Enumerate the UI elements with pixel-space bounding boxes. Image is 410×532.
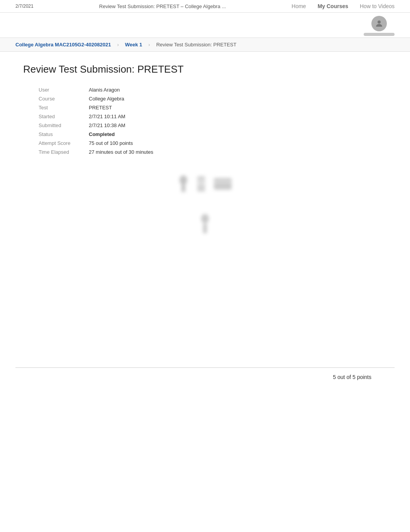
- submitted-value: 2/7/21 10:38 AM: [89, 122, 125, 128]
- submitted-label: Submitted: [39, 122, 89, 128]
- submission-info-table: User Alanis Aragon Course College Algebr…: [39, 87, 387, 155]
- user-value: Alanis Aragon: [89, 87, 120, 93]
- breadcrumb-sep2: ›: [148, 42, 150, 48]
- svg-point-8: [201, 214, 209, 223]
- test-value: PRETEST: [89, 105, 112, 110]
- attemptscore-label: Attempt Score: [39, 140, 89, 146]
- info-row-status: Status Completed: [39, 131, 387, 137]
- breadcrumb-course-link[interactable]: College Algebra MAC2105G2-402082021: [15, 42, 111, 48]
- page-title: Review Test Submission: PRETEST: [23, 63, 387, 75]
- breadcrumb-sep1: ›: [117, 42, 119, 48]
- page-tab-title: Review Test Submission: PRETEST – Colleg…: [34, 3, 292, 9]
- user-avatar-area: [364, 16, 395, 36]
- header-section: [0, 13, 410, 37]
- avatar-name-bar: [364, 33, 395, 36]
- blurred-icons-area-1: [23, 167, 387, 201]
- bottom-score-section: 5 out of 5 points: [15, 367, 395, 380]
- attemptscore-value: 75 out of 100 points: [89, 140, 133, 146]
- status-label: Status: [39, 131, 89, 137]
- course-value: College Algebra: [89, 96, 124, 102]
- info-row-timeelapsed: Time Elapsed 27 minutes out of 30 minute…: [39, 149, 387, 155]
- timeelapsed-value: 27 minutes out of 30 minutes: [89, 149, 153, 155]
- breadcrumb-current: Review Test Submission: PRETEST: [156, 42, 237, 48]
- svg-point-0: [378, 20, 381, 24]
- svg-point-1: [180, 175, 187, 185]
- test-label: Test: [39, 105, 89, 110]
- avatar[interactable]: [371, 16, 387, 31]
- question-content-area: [23, 201, 387, 356]
- status-value: Completed: [89, 131, 115, 137]
- started-value: 2/7/21 10:11 AM: [89, 114, 125, 119]
- info-row-user: User Alanis Aragon: [39, 87, 387, 93]
- info-row-attemptscore: Attempt Score 75 out of 100 points: [39, 140, 387, 146]
- top-bar: 2/7/2021 Review Test Submission: PRETEST…: [0, 0, 410, 13]
- user-label: User: [39, 87, 89, 93]
- breadcrumb: College Algebra MAC2105G2-402082021 › We…: [0, 37, 410, 52]
- svg-rect-9: [203, 224, 207, 233]
- info-row-submitted: Submitted 2/7/21 10:38 AM: [39, 122, 387, 128]
- blurred-icons-area-2: [23, 201, 387, 241]
- info-row-course: Course College Algebra: [39, 96, 387, 102]
- breadcrumb-week-link[interactable]: Week 1: [125, 42, 142, 48]
- main-content: Review Test Submission: PRETEST User Ala…: [0, 52, 410, 367]
- mycourses-nav-link[interactable]: My Courses: [318, 3, 348, 9]
- svg-rect-2: [181, 184, 185, 192]
- home-nav-link[interactable]: Home: [291, 3, 306, 9]
- date-label: 2/7/2021: [15, 3, 34, 9]
- bottom-score-value: 5 out of 5 points: [333, 374, 371, 380]
- timeelapsed-label: Time Elapsed: [39, 149, 89, 155]
- info-row-test: Test PRETEST: [39, 105, 387, 110]
- info-row-started: Started 2/7/21 10:11 AM: [39, 114, 387, 119]
- started-label: Started: [39, 114, 89, 119]
- svg-rect-6: [214, 178, 232, 190]
- howtovideos-nav-link[interactable]: How to Videos: [360, 3, 395, 9]
- course-label: Course: [39, 96, 89, 102]
- nav-area: Home My Courses How to Videos: [291, 3, 395, 9]
